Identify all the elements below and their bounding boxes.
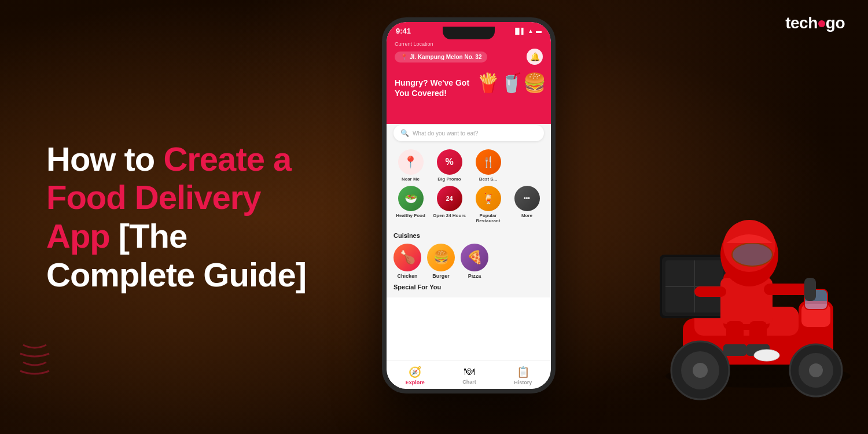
- location-label: Current Location: [395, 41, 543, 47]
- logo: techgo: [785, 14, 845, 32]
- right-area: 9:41 ▐▌▌ ▲ ▬ Current Location 📍 Jl. Kamp…: [359, 0, 868, 434]
- phone-notch: [443, 27, 495, 39]
- location-row: 📍 Jl. Kampung Melon No. 32 🔔: [395, 49, 543, 65]
- svg-rect-21: [694, 286, 726, 297]
- svg-point-28: [732, 243, 773, 266]
- burger-label: Burger: [432, 273, 450, 279]
- bottom-nav: 🧭 Explore 🍽 Chart 📋 History: [387, 361, 551, 389]
- main-headline: How to Create a Food Delivery App [The C…: [46, 140, 324, 295]
- search-placeholder-text: What do you want to eat?: [413, 130, 478, 137]
- more-icon: •••: [514, 186, 540, 211]
- cuisine-pizza[interactable]: 🍕 Pizza: [461, 244, 488, 279]
- explore-label: Explore: [406, 380, 425, 385]
- nav-chart[interactable]: 🍽 Chart: [462, 366, 476, 385]
- bell-icon: 🔔: [530, 52, 540, 61]
- pin-icon: 📍: [400, 54, 407, 60]
- wifi-icon: ▲: [528, 28, 534, 34]
- phone-header: Current Location 📍 Jl. Kampung Melon No.…: [387, 38, 551, 72]
- near-me-icon: 📍: [398, 149, 424, 175]
- chicken-label: Chicken: [397, 273, 417, 279]
- category-open-24[interactable]: 24 Open 24 Hours: [432, 186, 466, 224]
- category-popular-restaurant[interactable]: 🍹 Popular Restaurant: [471, 186, 505, 224]
- phone-screen: 9:41 ▐▌▌ ▲ ▬ Current Location 📍 Jl. Kamp…: [387, 22, 551, 389]
- cuisines-section: Cuisines 🍗 Chicken 🍔 Burger 🍕 Pizza: [387, 232, 551, 284]
- hero-banner: Hungry? We've Got You Covered! 🍟🥤🍔: [387, 72, 551, 124]
- category-near-me[interactable]: 📍 Near Me: [393, 149, 428, 182]
- chart-label: Chart: [462, 379, 476, 385]
- headline-white-1: How to: [46, 140, 163, 178]
- category-more[interactable]: ••• More: [510, 186, 544, 224]
- svg-rect-19: [764, 284, 810, 295]
- location-address: Jl. Kampung Melon No. 32: [410, 54, 481, 60]
- history-label: History: [514, 380, 532, 385]
- content-wrapper: How to Create a Food Delivery App [The C…: [0, 0, 868, 434]
- svg-rect-24: [723, 344, 746, 356]
- status-time: 9:41: [396, 27, 411, 35]
- svg-point-11: [693, 363, 708, 378]
- svg-rect-20: [804, 278, 816, 301]
- history-icon: 📋: [517, 366, 529, 378]
- status-icons: ▐▌▌ ▲ ▬: [513, 28, 542, 34]
- signal-icon: ▐▌▌: [513, 28, 525, 34]
- search-icon: 🔍: [400, 129, 409, 137]
- chart-icon: 🍽: [464, 366, 475, 378]
- popular-icon: 🍹: [476, 186, 501, 211]
- pizza-icon: 🍕: [461, 244, 488, 271]
- pizza-label: Pizza: [468, 273, 481, 279]
- category-healthy-food[interactable]: 🥗 Healthy Food: [393, 186, 428, 224]
- rider-illustration: [637, 75, 868, 422]
- battery-icon: ▬: [536, 28, 542, 34]
- search-box[interactable]: 🔍 What do you want to eat?: [393, 125, 544, 141]
- categories-section: 📍 Near Me % Big Promo 🍴 Best S...: [387, 145, 551, 232]
- logo-text: techgo: [785, 14, 845, 32]
- location-pill[interactable]: 📍 Jl. Kampung Melon No. 32: [395, 52, 487, 62]
- categories-grid-row2: 🥗 Healthy Food 24 Open 24 Hours 🍹 Popula…: [393, 186, 544, 224]
- hero-line1: Hungry? We've Got: [395, 78, 469, 87]
- svg-point-29: [754, 350, 779, 361]
- special-title: Special For You: [393, 284, 544, 290]
- category-big-promo[interactable]: % Big Promo: [432, 149, 466, 182]
- nav-explore[interactable]: 🧭 Explore: [406, 366, 425, 385]
- explore-icon: 🧭: [409, 366, 421, 378]
- big-promo-label: Big Promo: [437, 176, 461, 182]
- chicken-icon: 🍗: [393, 244, 421, 271]
- categories-grid-row1: 📍 Near Me % Big Promo 🍴 Best S...: [393, 149, 544, 182]
- cuisine-burger[interactable]: 🍔 Burger: [427, 244, 455, 279]
- category-best-seller[interactable]: 🍴 Best S...: [471, 149, 505, 182]
- best-seller-label: Best S...: [479, 176, 498, 182]
- nav-history[interactable]: 📋 History: [514, 366, 532, 385]
- cuisine-chicken[interactable]: 🍗 Chicken: [393, 244, 421, 279]
- decorative-lines: [17, 339, 52, 388]
- big-promo-icon: %: [437, 149, 462, 175]
- open24-icon: 24: [437, 186, 462, 211]
- best-seller-icon: 🍴: [476, 149, 501, 175]
- more-label: More: [521, 213, 532, 219]
- cuisine-row: 🍗 Chicken 🍔 Burger 🍕 Pizza: [393, 244, 544, 279]
- open24-label: Open 24 Hours: [433, 213, 466, 219]
- category-partial: [510, 149, 544, 182]
- burger-icon: 🍔: [427, 244, 455, 271]
- hero-line2: You Covered!: [395, 89, 447, 98]
- notification-button[interactable]: 🔔: [527, 49, 543, 65]
- left-text-area: How to Create a Food Delivery App [The C…: [0, 105, 359, 329]
- popular-label: Popular Restaurant: [471, 213, 505, 224]
- svg-point-8: [809, 363, 823, 377]
- hero-text: Hungry? We've Got You Covered!: [395, 78, 543, 98]
- cuisines-title: Cuisines: [393, 232, 544, 239]
- special-section: Special For You: [387, 284, 551, 297]
- near-me-label: Near Me: [402, 176, 420, 182]
- healthy-food-label: Healthy Food: [396, 213, 425, 219]
- phone-mockup: 9:41 ▐▌▌ ▲ ▬ Current Location 📍 Jl. Kamp…: [382, 17, 556, 393]
- healthy-food-icon: 🥗: [398, 186, 424, 211]
- logo-dot: [818, 20, 825, 27]
